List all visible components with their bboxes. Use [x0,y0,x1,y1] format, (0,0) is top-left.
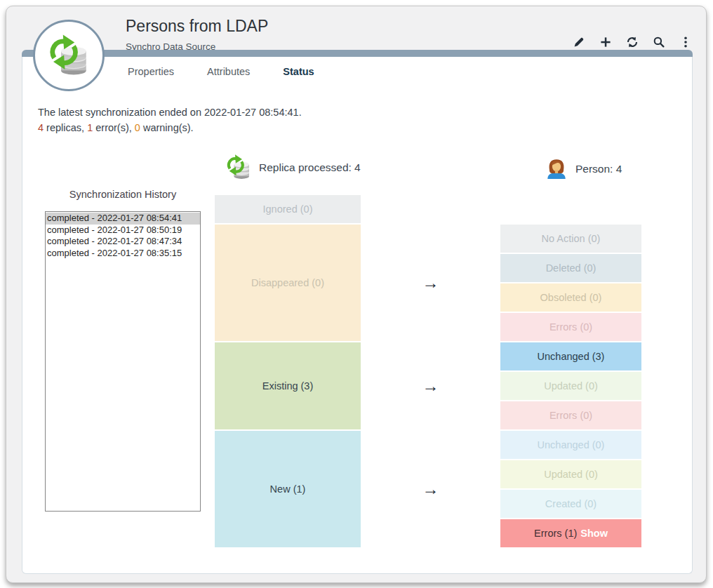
replica-processed-label: Replica processed: 4 [259,161,361,174]
history-option[interactable]: completed - 2022-01-27 08:35:15 [46,248,200,260]
flow-box-ignored: Ignored (0) [215,195,361,223]
history-option[interactable]: completed - 2022-01-27 08:50:19 [46,225,200,236]
result-box-errors-disappeared: Errors (0) [500,313,641,341]
history-listbox[interactable]: completed - 2022-01-27 08:54:41 complete… [45,211,201,512]
warnings-count: 0 [135,122,140,133]
app-window: Persons from LDAP Synchro Data Source [6,6,707,583]
flow-arrow-icon: → [361,342,500,429]
result-box-created-new: Created (0) [500,490,641,518]
errors-count: 1 [87,122,93,133]
replicas-count: 4 [38,122,44,133]
result-box-errors-existing: Errors (0) [500,401,641,429]
flow-box-new: New (1) [215,431,361,547]
toolbar [573,36,692,48]
show-errors-link[interactable]: Show [580,528,608,539]
content-area: Properties Attributes Status The latest … [22,57,693,574]
history-title: Synchronization History [45,189,201,200]
refresh-icon [626,36,639,48]
search-button[interactable] [653,36,665,48]
tab-status[interactable]: Status [283,66,314,77]
person-icon [545,156,568,182]
errors-new-label: Errors (1) [534,528,577,539]
kebab-menu-icon [679,36,692,48]
pencil-edit-icon [573,36,585,48]
flow-box-existing: Existing (3) [215,342,361,429]
flow-box-disappeared: Disappeared (0) [215,225,361,341]
synchro-icon [225,152,253,183]
page-title: Persons from LDAP [126,17,268,36]
result-box-deleted: Deleted (0) [500,254,641,282]
synchro-datasource-icon [46,31,92,80]
edit-button[interactable] [573,36,585,48]
tab-bar: Properties Attributes Status [128,66,314,77]
result-box-errors-new: Errors (1) Show [500,519,641,547]
result-box-updated-existing: Updated (0) [500,372,641,400]
sync-summary-line1: The latest synchronization ended on 2022… [38,105,302,120]
add-button[interactable] [599,36,612,48]
plus-add-icon [599,36,612,48]
sync-summary: The latest synchronization ended on 2022… [38,105,302,135]
person-count-label: Person: 4 [575,163,622,175]
more-menu-button[interactable] [679,36,692,48]
result-box-no-action: No Action (0) [500,225,641,253]
replica-processed-header: Replica processed: 4 [225,152,361,183]
history-option[interactable]: completed - 2022-01-27 08:54:41 [46,213,200,225]
history-option[interactable]: completed - 2022-01-27 08:47:34 [46,236,200,248]
search-icon [653,36,665,48]
tab-properties[interactable]: Properties [128,66,174,77]
result-box-obsoleted: Obsoleted (0) [500,283,641,312]
flow-arrow-icon: → [361,225,500,341]
result-box-updated-new: Updated (0) [500,460,641,488]
header-avatar [33,20,105,91]
top-accent-bar [22,50,693,57]
refresh-button[interactable] [626,36,639,48]
flow-arrow-icon: → [361,431,500,547]
sync-summary-line2: 4 replicas, 1 error(s), 0 warning(s). [38,120,302,135]
result-box-unchanged-new: Unchanged (0) [500,431,641,459]
tab-attributes[interactable]: Attributes [207,66,250,77]
person-header: Person: 4 [545,156,622,182]
result-box-unchanged-existing: Unchanged (3) [500,342,641,370]
